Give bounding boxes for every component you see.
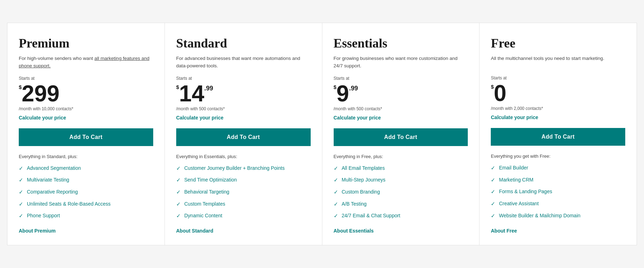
feature-text: Multi-Step Journeys — [342, 177, 386, 184]
list-item: ✓A/B Testing — [334, 201, 468, 208]
list-item: ✓Multi-Step Journeys — [334, 177, 468, 184]
calculate-link-standard[interactable]: Calculate your price — [176, 115, 311, 121]
plan-card-premium: PremiumFor high-volume senders who want … — [7, 23, 165, 245]
checkmark-icon: ✓ — [491, 165, 495, 171]
list-item: ✓Behavioral Targeting — [176, 189, 311, 196]
feature-text: Forms & Landing Pages — [499, 188, 552, 195]
feature-list-free: ✓Email Builder✓Marketing CRM✓Forms & Lan… — [491, 164, 625, 224]
checkmark-icon: ✓ — [334, 189, 338, 195]
list-item: ✓Comparative Reporting — [19, 189, 153, 196]
feature-list-essentials: ✓All Email Templates✓Multi-Step Journeys… — [334, 165, 468, 224]
plan-description-essentials: For growing businesses who want more cus… — [334, 55, 468, 69]
price-period-premium: /month with 10,000 contacts* — [19, 106, 153, 111]
feature-text: Website Builder & Mailchimp Domain — [499, 212, 580, 219]
starts-at-premium: Starts at — [19, 76, 153, 81]
checkmark-icon: ✓ — [334, 213, 338, 219]
price-row-free: $0 — [491, 82, 625, 105]
price-period-free: /month with 2,000 contacts* — [491, 106, 625, 111]
price-period-essentials: /month with 500 contacts* — [334, 106, 468, 111]
price-dollar-standard: $ — [176, 84, 179, 90]
price-cents-essentials: .99 — [349, 85, 358, 91]
add-to-cart-essentials[interactable]: Add To Cart — [334, 128, 468, 146]
price-main-essentials: 9 — [337, 82, 349, 105]
calculate-link-free[interactable]: Calculate your price — [491, 115, 625, 120]
plan-description-premium: For high-volume senders who want all mar… — [19, 55, 153, 69]
checkmark-icon: ✓ — [491, 213, 495, 219]
list-item: ✓Advanced Segmentation — [19, 165, 153, 172]
checkmark-icon: ✓ — [19, 177, 23, 183]
add-to-cart-premium[interactable]: Add To Cart — [19, 128, 153, 146]
price-cents-standard: .99 — [204, 85, 213, 91]
feature-list-standard: ✓Customer Journey Builder + Branching Po… — [176, 165, 311, 224]
checkmark-icon: ✓ — [334, 201, 338, 207]
calculate-link-essentials[interactable]: Calculate your price — [334, 115, 468, 121]
price-dollar-essentials: $ — [334, 84, 337, 90]
list-item: ✓Phone Support — [19, 212, 153, 219]
checkmark-icon: ✓ — [19, 201, 23, 207]
starts-at-standard: Starts at — [176, 76, 311, 81]
add-to-cart-free[interactable]: Add To Cart — [491, 128, 625, 146]
features-header-free: Everything you get with Free: — [491, 153, 625, 159]
checkmark-icon: ✓ — [334, 177, 338, 183]
starts-at-free: Starts at — [491, 76, 625, 80]
feature-text: Marketing CRM — [499, 177, 533, 184]
add-to-cart-standard[interactable]: Add To Cart — [176, 128, 311, 146]
checkmark-icon: ✓ — [176, 201, 181, 207]
plan-name-standard: Standard — [176, 36, 311, 51]
feature-text: A/B Testing — [342, 201, 367, 208]
list-item: ✓Marketing CRM — [491, 177, 625, 184]
checkmark-icon: ✓ — [176, 177, 181, 183]
feature-text: Multivariate Testing — [27, 177, 69, 184]
list-item: ✓Creative Assistant — [491, 200, 625, 207]
checkmark-icon: ✓ — [334, 165, 338, 172]
price-row-premium: $299 — [19, 82, 153, 105]
about-link-essentials[interactable]: About Essentials — [334, 228, 468, 234]
checkmark-icon: ✓ — [491, 201, 495, 207]
price-row-essentials: $9.99 — [334, 82, 468, 105]
calculate-link-premium[interactable]: Calculate your price — [19, 115, 153, 121]
plan-description-standard: For advanced businesses that want more a… — [176, 55, 311, 69]
price-row-standard: $14.99 — [176, 82, 311, 105]
checkmark-icon: ✓ — [19, 189, 23, 195]
feature-text: Dynamic Content — [184, 212, 222, 219]
checkmark-icon: ✓ — [491, 189, 495, 195]
checkmark-icon: ✓ — [19, 165, 23, 172]
about-link-free[interactable]: About Free — [491, 228, 625, 234]
price-main-free: 0 — [494, 82, 507, 105]
checkmark-icon: ✓ — [176, 165, 181, 172]
checkmark-icon: ✓ — [176, 213, 181, 219]
price-period-standard: /month with 500 contacts* — [176, 106, 311, 111]
about-link-premium[interactable]: About Premium — [19, 228, 153, 234]
list-item: ✓24/7 Email & Chat Support — [334, 212, 468, 219]
feature-text: Email Builder — [499, 164, 528, 172]
list-item: ✓Multivariate Testing — [19, 177, 153, 184]
features-header-standard: Everything in Essentials, plus: — [176, 154, 311, 159]
feature-list-premium: ✓Advanced Segmentation✓Multivariate Test… — [19, 165, 153, 224]
list-item: ✓Custom Branding — [334, 189, 468, 196]
feature-text: Custom Branding — [342, 189, 380, 196]
plan-name-free: Free — [491, 36, 625, 51]
price-main-premium: 299 — [22, 82, 59, 105]
feature-text: Customer Journey Builder + Branching Poi… — [184, 165, 285, 172]
pricing-container: PremiumFor high-volume senders who want … — [7, 23, 637, 245]
list-item: ✓Send Time Optimization — [176, 177, 311, 184]
features-header-premium: Everything in Standard, plus: — [19, 154, 153, 159]
starts-at-essentials: Starts at — [334, 76, 468, 81]
plan-card-essentials: EssentialsFor growing businesses who wan… — [322, 23, 480, 245]
feature-text: Phone Support — [27, 212, 60, 219]
price-dollar-premium: $ — [19, 84, 22, 90]
list-item: ✓Website Builder & Mailchimp Domain — [491, 212, 625, 219]
list-item: ✓All Email Templates — [334, 165, 468, 172]
plan-card-free: FreeAll the multichannel tools you need … — [479, 23, 637, 245]
feature-text: Advanced Segmentation — [27, 165, 81, 172]
list-item: ✓Forms & Landing Pages — [491, 188, 625, 195]
plan-name-essentials: Essentials — [334, 36, 468, 51]
feature-text: All Email Templates — [342, 165, 385, 172]
checkmark-icon: ✓ — [19, 213, 23, 219]
plan-description-free: All the multichannel tools you need to s… — [491, 55, 625, 69]
about-link-standard[interactable]: About Standard — [176, 228, 311, 234]
list-item: ✓Custom Templates — [176, 201, 311, 208]
checkmark-icon: ✓ — [176, 189, 181, 195]
price-dollar-free: $ — [491, 84, 494, 89]
feature-text: 24/7 Email & Chat Support — [342, 212, 401, 219]
